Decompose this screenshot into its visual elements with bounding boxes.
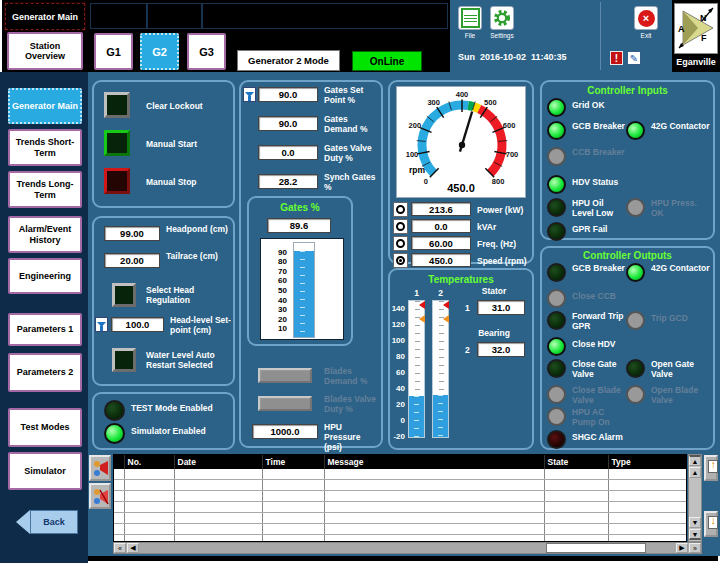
alarm-vertical-scrollbar[interactable]: ▲ ▲ ▼ ▼ [688,454,702,542]
tab-slot [90,3,147,29]
table-row[interactable] [114,491,687,502]
scroll-up-button[interactable]: ▲ [689,467,701,478]
settings-button[interactable] [490,6,514,30]
back-button[interactable]: Back [16,510,80,534]
sidebar-item-trends-short-term[interactable]: Trends Short-Term [8,129,82,166]
table-row[interactable] [114,502,687,513]
led-icon [626,359,645,378]
alarm-bang-icon[interactable]: ! [610,51,623,65]
gates-gauge-scale: 908070605040302010 [263,239,287,341]
radio-icon[interactable] [393,219,408,234]
generator-3-button[interactable]: G3 [187,33,226,70]
gates-setpoint-input[interactable]: 90.0 [258,87,318,102]
file-button[interactable] [458,6,482,30]
output-close-gate-valve: Close Gate Valve [547,359,625,380]
scroll-bottom-button[interactable]: ▼ [689,529,701,540]
gates-bar-fill [294,251,314,337]
rpm-gauge: 0100200300400500600700800 rpm 450.0 [396,86,526,198]
manual-stop-button[interactable] [104,168,130,194]
column-date[interactable]: Date [174,455,262,469]
column-state[interactable]: State [544,455,608,469]
bearing-index: 2 [465,345,473,355]
alarm-ack-button[interactable] [89,455,111,481]
simulator-enabled-label: Simulator Enabled [131,423,206,437]
test-mode-enabled-label: TEST Mode Enabled [131,400,213,414]
sidebar-item-simulator[interactable]: Simulator [8,452,82,490]
scroll-top-button[interactable]: ▲ [689,455,701,466]
temp-col2-header: 2 [432,288,449,298]
svg-text:300: 300 [427,98,440,107]
led-icon [547,263,566,282]
head-level-setpoint-input[interactable]: 100.0 [111,317,164,332]
radio-icon[interactable] [393,236,408,251]
table-row[interactable] [114,469,687,480]
sidebar-item-test-modes[interactable]: Test Modes [8,408,82,447]
temp-warn-marker [419,315,425,323]
notes-icon[interactable]: ✎ [627,51,641,65]
sidebar-item-trends-long-term[interactable]: Trends Long-Term [8,171,82,208]
svg-text:700: 700 [506,150,519,159]
page-down-button[interactable]: ↓ [704,511,718,537]
generator-1-button[interactable]: G1 [94,33,133,70]
logo-letter-n: N [700,13,707,23]
head-level-setpoint-label: Head-level Set-point (cm) [170,315,234,335]
speed-label: Speed (rpm) [477,256,533,266]
column-time[interactable]: Time [262,455,324,469]
alarm-silence-button[interactable] [89,483,111,509]
test-mode-enabled-indicator: TEST Mode Enabled [104,400,232,421]
water-level-auto-restart-button[interactable] [112,348,136,372]
column-type[interactable]: Type [608,455,687,469]
radio-icon[interactable] [393,253,408,268]
sidebar-item-station-overview[interactable]: Station Overview [7,32,83,70]
hpu-pressure-label: HPU Pressure (psi) [324,422,380,452]
rpm-gauge-value: 450.0 [397,182,525,194]
page-up-button[interactable]: ↑ [704,455,718,481]
sidebar-item-parameters-1[interactable]: Parameters 1 [8,313,82,346]
controller-outputs-title: Controller Outputs [540,250,715,261]
svg-text:600: 600 [503,121,516,130]
generator-mode-button[interactable]: Generator 2 Mode [237,50,340,71]
alarm-table: No. Date Time Message State Type [113,454,687,542]
scroll-right-button[interactable]: ▶ [676,543,688,553]
column-no[interactable]: No. [124,455,174,469]
table-row[interactable] [114,535,687,543]
input-hdv-status: HDV Status [547,175,631,194]
scroll-down-button[interactable]: ▼ [689,517,701,528]
exit-button[interactable]: × [634,6,658,30]
column-message[interactable]: Message [324,455,544,469]
scroll-home-button[interactable]: « [114,543,126,553]
kvar-value: 0.0 [411,219,471,233]
output-open-gate-valve: Open Gate Valve [626,359,710,380]
output-forward-trip-gpr: Forward Trip GPR [547,311,625,332]
temperature-scale: 140120100806040200-20 [388,300,405,438]
led-icon [547,222,566,241]
kvar-label: kVAr [477,222,533,232]
sidebar-item-parameters-2[interactable]: Parameters 2 [8,353,82,392]
led-icon [104,423,125,444]
simulator-enabled-indicator: Simulator Enabled [104,423,232,444]
scrollbar-thumb[interactable] [546,543,646,553]
logo-letter-f: F [701,33,707,43]
alarm-horizontal-scrollbar[interactable]: « ◀ ▶ » [113,542,702,554]
station-name: Eganville [672,57,720,67]
manual-start-button[interactable] [104,130,130,156]
radio-icon[interactable] [393,202,408,217]
input-gpr-fail: GPR Fail [547,222,625,241]
scroll-left-button[interactable]: ◀ [127,543,139,553]
table-row[interactable] [114,513,687,524]
clear-lockout-button[interactable] [104,92,130,118]
scroll-end-button[interactable]: » [689,543,701,553]
power-label: Power (kW) [477,205,533,215]
led-icon [547,311,566,330]
table-row[interactable] [114,524,687,535]
sidebar-item-engineering[interactable]: Engineering [8,258,82,294]
sidebar-item-generator-main[interactable]: Generator Main [8,88,82,124]
speed-value: 450.0 [411,253,471,267]
output-shgc-alarm: SHGC Alarm [547,430,631,449]
select-head-regulation-button[interactable] [112,283,136,307]
generator-2-button[interactable]: G2 [140,33,179,70]
table-row[interactable] [114,480,687,491]
sidebar-item-alarm-event-history[interactable]: Alarm/Event History [8,216,82,253]
clear-lockout-label: Clear Lockout [146,101,230,111]
gates-gauge-title: Gates % [249,202,351,213]
